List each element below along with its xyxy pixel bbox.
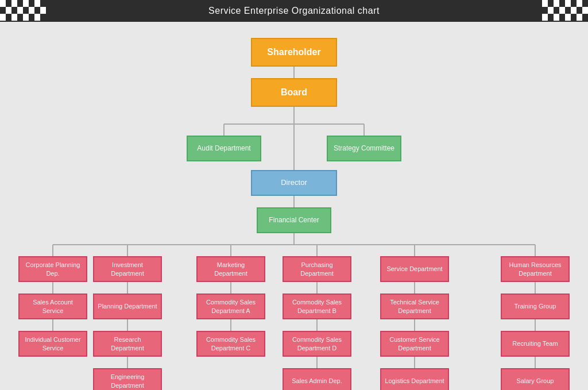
investment-node[interactable]: Investment Department xyxy=(93,256,162,282)
chart-title: Service Enterprise Organizational chart xyxy=(208,6,380,16)
board-node[interactable]: Board xyxy=(251,78,337,107)
engineering-node[interactable]: Engineering Department xyxy=(93,368,162,390)
chess-left-decoration: // Will render via JS below xyxy=(0,0,46,22)
sales-account-node[interactable]: Sales Account Service xyxy=(18,294,87,319)
recruiting-node[interactable]: Recruiting Team xyxy=(501,331,570,357)
marketing-node[interactable]: Marketing Department xyxy=(196,256,265,282)
strategy-node[interactable]: Strategy Committee xyxy=(327,136,401,161)
planning-node[interactable]: Planning Department xyxy=(93,294,162,319)
sales-admin-node[interactable]: Sales Admin Dep. xyxy=(283,368,351,390)
commodity-c-node[interactable]: Commodity Sales Department C xyxy=(196,331,265,357)
header: // Will render via JS below Service Ente… xyxy=(0,0,588,22)
chart-area: Shareholder Board Audit Department Strat… xyxy=(0,22,588,390)
hr-node[interactable]: Human Resources Department xyxy=(501,256,570,282)
commodity-d-node[interactable]: Commodity Sales Department D xyxy=(283,331,351,357)
research-node[interactable]: Research Department xyxy=(93,331,162,357)
customer-svc-node[interactable]: Customer Service Department xyxy=(380,331,449,357)
logistics-node[interactable]: Logistics Department xyxy=(380,368,449,390)
corporate-node[interactable]: Corporate Planning Dep. xyxy=(18,256,87,282)
chess-right-decoration xyxy=(542,0,588,22)
director-node[interactable]: Director xyxy=(251,170,337,196)
commodity-b-node[interactable]: Commodity Sales Department B xyxy=(283,294,351,319)
purchasing-node[interactable]: Purchasing Department xyxy=(283,256,351,282)
individual-node[interactable]: Individual Customer Service xyxy=(18,331,87,357)
training-node[interactable]: Training Group xyxy=(501,294,570,319)
service-node[interactable]: Service Department xyxy=(380,256,449,282)
org-chart: Shareholder Board Audit Department Strat… xyxy=(6,33,582,390)
financial-node[interactable]: Financial Center xyxy=(257,207,331,233)
shareholder-node[interactable]: Shareholder xyxy=(251,38,337,67)
salary-node[interactable]: Salary Group xyxy=(501,368,570,390)
audit-node[interactable]: Audit Department xyxy=(187,136,261,161)
technical-node[interactable]: Technical Service Department xyxy=(380,294,449,319)
commodity-a-node[interactable]: Commodity Sales Department A xyxy=(196,294,265,319)
